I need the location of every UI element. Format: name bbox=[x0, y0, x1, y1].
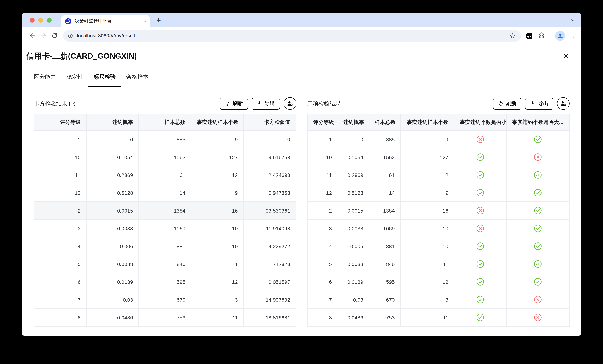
table-row: 110.286961122.424693 bbox=[34, 166, 296, 184]
refresh-button[interactable]: 刷新 bbox=[493, 97, 521, 110]
table-cell: 11 bbox=[400, 255, 454, 273]
section-actions: 刷新 导出 bbox=[220, 97, 296, 110]
table-cell: 12 bbox=[191, 166, 244, 184]
status-cell bbox=[507, 308, 569, 326]
tab-scale-test[interactable]: 标尺检验 bbox=[88, 68, 121, 87]
table-cell: 12 bbox=[34, 184, 86, 202]
table-cell: 11.914098 bbox=[244, 219, 296, 237]
table-cell: 1069 bbox=[369, 219, 400, 237]
table-cell: 0.2869 bbox=[86, 166, 139, 184]
pass-icon bbox=[476, 154, 484, 159]
pass-icon bbox=[534, 171, 542, 177]
table-cell: 12 bbox=[191, 273, 244, 291]
tab-close-icon[interactable]: × bbox=[143, 19, 147, 24]
fail-icon bbox=[534, 314, 542, 320]
browser-tab[interactable]: 决策引擎管理平台 × bbox=[61, 15, 150, 27]
extensions-puzzle-icon[interactable] bbox=[538, 32, 545, 39]
table-cell: 885 bbox=[139, 130, 191, 148]
pass-icon bbox=[534, 261, 542, 266]
table-cell: 753 bbox=[139, 308, 191, 326]
table-row: 80.048675311 bbox=[307, 308, 569, 326]
table-cell: 0.0015 bbox=[86, 202, 139, 219]
table-cell: 1.712828 bbox=[244, 255, 296, 273]
section-title: 卡方检验结果 (0) bbox=[34, 100, 76, 107]
chi-square-table: 评分等级违约概率样本总数事实违约样本个数卡方检验值1088590100.1054… bbox=[34, 114, 296, 327]
section-actions: 刷新 导出 bbox=[493, 97, 569, 110]
table-cell: 10 bbox=[400, 219, 454, 237]
status-cell bbox=[507, 291, 569, 308]
table-cell: 5 bbox=[307, 255, 337, 273]
table-cell: 0.051597 bbox=[244, 273, 296, 291]
table-cell: 1384 bbox=[139, 202, 191, 219]
bookmark-star-icon[interactable] bbox=[510, 33, 516, 39]
pass-icon bbox=[476, 314, 484, 320]
status-cell bbox=[454, 130, 507, 148]
export-button[interactable]: 导出 bbox=[252, 97, 280, 110]
table-cell: 61 bbox=[139, 166, 191, 184]
table-cell: 4 bbox=[307, 237, 337, 255]
window-minimize-button[interactable] bbox=[38, 18, 43, 23]
tab-discrimination[interactable]: 区分能力 bbox=[29, 68, 61, 87]
dark-extension-icon[interactable] bbox=[525, 32, 533, 40]
section-title: 二项检验结果 bbox=[307, 100, 341, 107]
table-row: 40.00688110 bbox=[307, 237, 569, 255]
window-close-button[interactable] bbox=[30, 18, 35, 23]
status-cell bbox=[454, 202, 507, 219]
table-cell: 11 bbox=[307, 166, 337, 184]
table-cell: 9 bbox=[191, 184, 244, 202]
pass-icon bbox=[476, 278, 484, 284]
pass-icon bbox=[476, 261, 484, 266]
new-tab-button[interactable]: + bbox=[156, 16, 161, 24]
tab-qualified-sample[interactable]: 合格样本 bbox=[121, 68, 154, 87]
table-row: 108859 bbox=[307, 130, 569, 148]
table-cell: 93.530361 bbox=[244, 202, 296, 219]
reload-icon[interactable] bbox=[49, 30, 60, 41]
table-cell: 0.0088 bbox=[86, 255, 139, 273]
table-cell: 753 bbox=[369, 308, 400, 326]
table-cell: 0.006 bbox=[337, 237, 369, 255]
column-settings-button[interactable] bbox=[283, 97, 296, 110]
status-cell bbox=[454, 166, 507, 184]
table-cell: 1 bbox=[307, 130, 337, 148]
address-bar[interactable]: localhost:8080/#/mv/result bbox=[63, 30, 521, 41]
table-cell: 0.0015 bbox=[337, 202, 369, 219]
status-cell bbox=[454, 219, 507, 237]
table-cell: 14 bbox=[139, 184, 191, 202]
table-cell: 0 bbox=[86, 130, 139, 148]
table-cell: 881 bbox=[139, 237, 191, 255]
table-cell: 3 bbox=[34, 219, 86, 237]
table-cell: 3 bbox=[191, 291, 244, 308]
dialog-header: 信用卡-工薪(CARD_GONGXIN) bbox=[22, 44, 581, 68]
back-icon[interactable] bbox=[27, 30, 38, 41]
window-zoom-button[interactable] bbox=[47, 18, 52, 23]
pass-icon bbox=[534, 189, 542, 195]
download-icon bbox=[530, 101, 535, 106]
table-row: 60.018959512 bbox=[307, 273, 569, 291]
close-icon[interactable] bbox=[561, 52, 570, 60]
browser-menu-kebab-icon[interactable] bbox=[570, 33, 576, 39]
profile-avatar[interactable] bbox=[555, 31, 565, 41]
column-settings-button[interactable] bbox=[557, 97, 569, 110]
table-cell: 14 bbox=[369, 184, 400, 202]
export-button[interactable]: 导出 bbox=[525, 97, 553, 110]
table-cell: 9.616758 bbox=[244, 148, 296, 166]
tab-search-chevron-icon[interactable] bbox=[570, 17, 576, 23]
table-cell: 8 bbox=[307, 308, 337, 326]
table-cell: 9 bbox=[191, 130, 244, 148]
column-header: 事实违约个数是否小... bbox=[454, 114, 507, 130]
url-text[interactable]: localhost:8080/#/mv/result bbox=[77, 33, 510, 38]
pass-icon bbox=[476, 171, 484, 177]
table-cell: 10 bbox=[307, 148, 337, 166]
refresh-button[interactable]: 刷新 bbox=[220, 97, 248, 110]
tab-stability[interactable]: 稳定性 bbox=[61, 68, 88, 87]
table-cell: 4.229272 bbox=[244, 237, 296, 255]
site-info-icon[interactable] bbox=[68, 33, 73, 38]
table-row: 20.001513841693.530361 bbox=[34, 202, 296, 219]
table-cell: 881 bbox=[369, 237, 400, 255]
forward-icon[interactable] bbox=[38, 30, 49, 41]
status-cell bbox=[454, 184, 507, 202]
browser-tab-title: 决策引擎管理平台 bbox=[75, 18, 141, 24]
table-cell: 12 bbox=[400, 166, 454, 184]
pass-icon bbox=[534, 225, 542, 231]
fail-icon bbox=[534, 296, 542, 302]
